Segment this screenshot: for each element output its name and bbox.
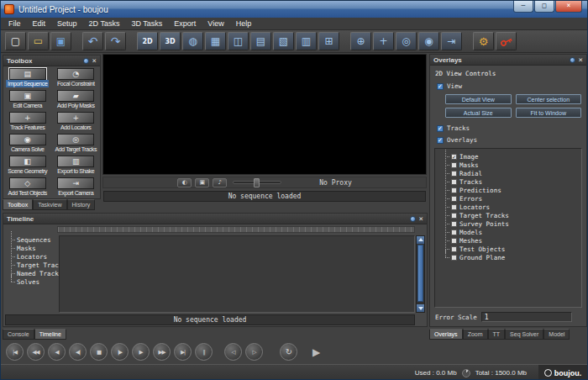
tracks-overlay-checkbox[interactable] [451, 179, 457, 185]
panel-close-icon[interactable]: × [579, 56, 583, 64]
target-tracks-checkbox[interactable] [451, 213, 457, 219]
pin-icon[interactable] [570, 57, 575, 63]
toolbox-item-focal-constraint[interactable]: ◔ Focal Constraint [52, 66, 101, 88]
ground-plane-checkbox[interactable] [451, 255, 457, 261]
step-forward-button[interactable]: |▶ [111, 343, 129, 361]
image-view-button[interactable]: ▦ [205, 32, 226, 50]
tab-console[interactable]: Console [3, 329, 34, 340]
display-mode-button[interactable]: ◐ [177, 178, 192, 187]
stop-button[interactable]: ■ [90, 343, 108, 361]
tab-zoom[interactable]: Zoom [463, 329, 488, 340]
menu-help[interactable]: Help [230, 19, 258, 28]
viewport-2d[interactable] [102, 54, 427, 175]
overlay-item-models[interactable]: Models [442, 228, 580, 236]
menu-export[interactable]: Export [168, 19, 202, 28]
overlay-item-radial[interactable]: Radial [442, 169, 580, 177]
predictions-checkbox[interactable] [451, 187, 457, 193]
graph-view-button[interactable]: ▥ [296, 32, 317, 50]
overlay-item-test-objects[interactable]: Test Objects [442, 245, 580, 253]
overlay-item-errors[interactable]: Errors [442, 194, 580, 203]
export-scene-button[interactable]: ⇥ [441, 32, 462, 50]
toolbox-item-add-locators[interactable]: + Add Locators [52, 110, 101, 132]
play-once-button[interactable]: ▶ [307, 343, 325, 361]
predict-camera-button[interactable]: ⊕ [350, 32, 371, 50]
goto-end-button[interactable]: ▶| [174, 343, 192, 361]
tab-model[interactable]: Model [543, 329, 570, 340]
overlay-item-masks[interactable]: Masks [442, 161, 580, 169]
tab-overlays[interactable]: Overlays [429, 329, 463, 340]
rewind-button[interactable]: ◀◀ [27, 343, 45, 361]
actual-size-button[interactable]: Actual Size [445, 108, 512, 118]
models-checkbox[interactable] [451, 230, 457, 235]
error-scale-input[interactable] [481, 312, 572, 322]
tab-toolbox[interactable]: Toolbox [3, 199, 33, 210]
scroll-down-icon[interactable] [417, 304, 424, 312]
goto-start-button[interactable]: |◀ [6, 343, 24, 361]
menu-2d-tasks[interactable]: 2D Tasks [83, 19, 126, 28]
pause-button[interactable]: ‖ [195, 343, 213, 361]
audio-button[interactable]: ♪ [213, 178, 227, 187]
meshes-checkbox[interactable] [451, 238, 457, 244]
menu-file[interactable]: File [3, 19, 27, 28]
overlays-checkbox[interactable]: ✓ [437, 137, 444, 144]
overlay-item-image[interactable]: ✓ Image [442, 152, 580, 161]
overlay-item-survey-points[interactable]: Survey Points [442, 219, 580, 228]
menu-edit[interactable]: Edit [27, 19, 52, 28]
tab-tt[interactable]: TT [488, 329, 506, 340]
overlay-item-ground-plane[interactable]: Ground Plane [442, 253, 580, 261]
view-3d-button[interactable]: 3D [160, 32, 181, 50]
overlay-item-target-tracks[interactable]: Target Tracks [442, 211, 580, 219]
new-project-button[interactable]: ▢ [5, 32, 26, 50]
scrollbar-thumb[interactable] [417, 245, 423, 302]
fit-to-window-button[interactable]: Fit to Window [516, 108, 582, 118]
fast-forward-button[interactable]: ▶▶ [153, 343, 171, 361]
undo-button[interactable]: ↶ [82, 32, 103, 50]
timeline-ruler[interactable] [57, 226, 415, 233]
slider-thumb[interactable] [254, 178, 260, 187]
toolbox-item-add-poly-masks[interactable]: ▰ Add Poly Masks [52, 88, 101, 110]
panel-close-icon[interactable]: × [419, 215, 423, 223]
step-back-button[interactable]: ◀| [69, 343, 87, 361]
panel-close-icon[interactable]: × [92, 57, 97, 65]
preferences-button[interactable]: ⚙ [473, 32, 494, 50]
toolbox-item-track-features[interactable]: + Track Features [3, 110, 52, 132]
toolbox-item-scene-geometry[interactable]: ◧ Scene Geometry [3, 154, 52, 176]
toolbox-item-export-camera[interactable]: ⇥ Export Camera [52, 176, 101, 198]
tracks-checkbox[interactable]: ✓ [437, 125, 444, 132]
overlay-item-meshes[interactable]: Meshes [442, 236, 580, 245]
minimize-button[interactable]: – [513, 1, 533, 13]
toolbox-item-edit-camera[interactable]: ▣ Edit Camera [3, 88, 52, 110]
errors-checkbox[interactable] [451, 196, 457, 202]
play-reverse-button[interactable]: ◀ [48, 343, 66, 361]
sequence-view-button[interactable]: ▤ [250, 32, 271, 50]
default-view-button[interactable]: Default View [445, 94, 512, 104]
tab-timeline[interactable]: Timeline [34, 329, 66, 340]
histogram-view-button[interactable]: ▧ [273, 32, 294, 50]
center-selection-button[interactable]: Center selection [516, 94, 582, 104]
locators-checkbox[interactable] [451, 204, 457, 210]
camera-solve-button[interactable]: ◎ [396, 32, 417, 50]
scroll-up-icon[interactable] [417, 236, 424, 244]
table-view-button[interactable]: ⊞ [318, 32, 339, 50]
save-project-button[interactable]: ▣ [50, 32, 71, 50]
test-objects-checkbox[interactable] [451, 246, 457, 252]
open-project-button[interactable]: ▭ [28, 32, 49, 50]
loop-button[interactable]: ↻ [280, 343, 297, 361]
channel-select-button[interactable]: ▣ [195, 178, 209, 187]
play-button[interactable]: ▶ [132, 343, 150, 361]
toolbox-item-import-sequence[interactable]: ▤ Import Sequence [3, 66, 52, 88]
overlay-item-predictions[interactable]: Predictions [442, 186, 580, 194]
toolbox-item-add-test-objects[interactable]: ◇ Add Test Objects [3, 176, 52, 198]
timeline-scrollbar[interactable] [416, 235, 425, 313]
tab-taskview[interactable]: Taskview [33, 199, 66, 210]
tab-history[interactable]: History [67, 199, 96, 210]
pin-icon[interactable] [83, 58, 89, 64]
redo-button[interactable]: ↷ [105, 32, 126, 50]
toolbox-item-export-to-shake[interactable]: ▥ Export to Shake [52, 154, 101, 176]
pin-icon[interactable] [410, 216, 416, 222]
gain-slider[interactable] [233, 181, 281, 184]
menu-setup[interactable]: Setup [51, 19, 83, 28]
toolbox-item-add-target-tracks[interactable]: ◎ Add Target Tracks [52, 132, 101, 154]
maximize-button[interactable]: □ [534, 1, 554, 13]
orb-view-button[interactable]: ◍ [182, 32, 203, 50]
